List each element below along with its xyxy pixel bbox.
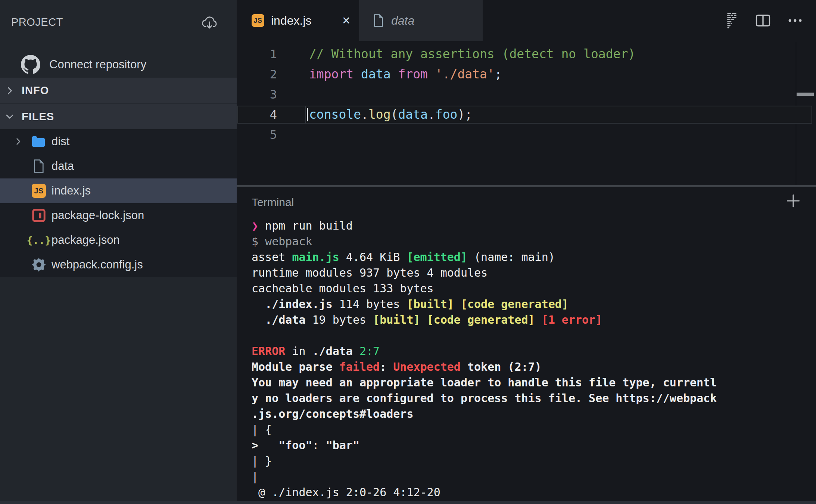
js-icon: JS [252,14,264,27]
code-text: // Without any assertions (detect no loa… [309,44,635,64]
tab-data[interactable]: data [359,0,483,41]
file-label: webpack.config.js [52,258,143,271]
file-row-data[interactable]: data [0,154,237,178]
line-number: 2 [237,64,277,84]
project-header: PROJECT [0,10,237,34]
gutter-separator [305,106,306,124]
cloud-download-icon[interactable] [200,13,219,31]
editor-line-1[interactable]: 1// Without any assertions (detect no lo… [237,44,816,64]
terminal-line-18: @ ./index.js 2:0-26 4:12-20 [252,485,810,500]
terminal-line-13: .js.org/concepts#loaders [252,406,810,422]
tab-bar: JS index.js × data [237,0,816,41]
editor-lines: 1// Without any assertions (detect no lo… [237,44,816,145]
line-number: 1 [237,44,277,64]
text-cursor [307,108,308,121]
terminal-line-16: | } [252,453,810,469]
terminal-line-2: $ webpack [252,234,810,249]
prettier-icon[interactable] [726,13,738,28]
file-row-package-lock-json[interactable]: package-lock.json [0,203,237,228]
code-text: import data from './data'; [309,64,502,84]
app-root: PROJECT Connect repository INFO [0,0,816,504]
file-tree: distdataJSindex.jspackage-lock.json{..}p… [0,129,237,277]
chevron-right-icon [5,86,14,95]
braces-icon: {..} [31,234,47,246]
file-label: index.js [52,184,91,197]
terminal-title: Terminal [252,196,294,209]
file-icon [31,159,47,173]
terminal-line-6: ./index.js 114 bytes [built] [code gener… [252,296,810,312]
chevron-down-icon [5,112,14,121]
main-panel: JS index.js × data [237,0,816,504]
editor-scrollbar-thumb[interactable] [797,93,814,96]
sidebar-section-info[interactable]: INFO [0,78,237,103]
terminal-panel: Terminal ❯ npm run build$ webpackasset m… [237,187,816,504]
file-row-dist[interactable]: dist [0,129,237,154]
terminal-output[interactable]: ❯ npm run build$ webpackasset main.js 4.… [252,218,810,500]
project-title: PROJECT [11,10,63,34]
terminal-line-7: ./data 19 bytes [built] [code generated]… [252,312,810,328]
tab-label: data [391,14,414,28]
js-icon: JS [31,184,47,198]
file-row-package-json[interactable]: {..}package.json [0,228,237,252]
terminal-line-10: Module parse failed: Unexpected token (2… [252,359,810,375]
line-number: 3 [237,84,277,105]
new-terminal-icon[interactable] [784,192,803,210]
tab-label: index.js [271,14,312,28]
editor-line-3[interactable]: 3 [237,84,816,105]
chevron-right-icon[interactable] [14,137,24,146]
terminal-line-4: runtime modules 937 bytes 4 modules [252,265,810,281]
section-info-label: INFO [22,84,49,97]
split-editor-icon[interactable] [756,14,770,27]
terminal-line-11: You may need an appropriate loader to ha… [252,375,810,391]
file-icon [373,14,384,27]
folder-icon [31,136,47,147]
terminal-line-15: > "foo": "bar" [252,438,810,453]
sidebar: PROJECT Connect repository INFO [0,0,237,504]
file-label: package.json [52,233,120,247]
connect-repository-button[interactable]: Connect repository [21,54,146,75]
bottom-strip [0,501,816,504]
terminal-line-9: ERROR in ./data 2:7 [252,343,810,359]
line-number: 5 [237,125,277,145]
terminal-line-14: | { [252,422,810,438]
file-row-index-js[interactable]: JSindex.js [0,178,237,203]
code-editor[interactable]: 1// Without any assertions (detect no lo… [237,41,816,185]
github-icon [21,55,40,74]
terminal-line-8 [252,328,810,343]
npm-icon [31,208,47,223]
editor-line-5[interactable]: 5 [237,125,816,145]
connect-repository-label: Connect repository [49,58,146,71]
terminal-line-12: y no loaders are configured to process t… [252,391,810,406]
line-number: 4 [237,105,277,125]
file-label: data [52,159,74,173]
more-icon[interactable] [788,18,803,23]
section-files-label: FILES [22,111,54,123]
sidebar-section-files[interactable]: FILES [0,103,237,129]
editor-line-4[interactable]: 4console.log(data.foo); [237,105,816,125]
sidebar-sections: INFO FILES [0,78,237,129]
gear-icon [31,258,47,272]
editor-line-2[interactable]: 2import data from './data'; [237,64,816,84]
terminal-line-3: asset main.js 4.64 KiB [emitted] (name: … [252,249,810,265]
terminal-line-5: cacheable modules 133 bytes [252,281,810,296]
code-text: console.log(data.foo); [309,105,472,125]
tab-actions [726,0,803,41]
file-label: dist [52,135,69,148]
close-icon[interactable]: × [342,14,350,27]
tab-index-js[interactable]: JS index.js × [237,0,359,41]
terminal-line-17: | [252,469,810,485]
file-row-webpack-config-js[interactable]: webpack.config.js [0,252,237,277]
terminal-line-1: ❯ npm run build [252,218,810,234]
file-label: package-lock.json [52,209,144,222]
